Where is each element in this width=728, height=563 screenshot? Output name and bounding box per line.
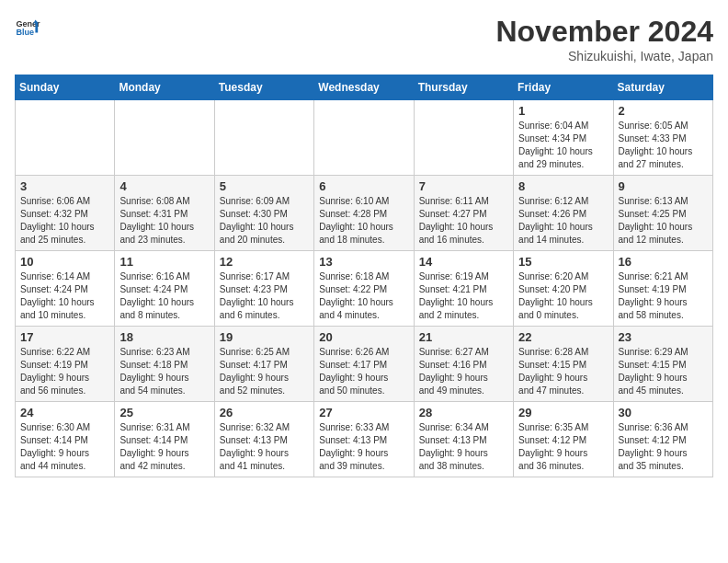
- day-info: Sunrise: 6:13 AMSunset: 4:25 PMDaylight:…: [619, 195, 708, 247]
- location: Shizukuishi, Iwate, Japan: [495, 49, 713, 63]
- day-info: Sunrise: 6:36 AMSunset: 4:12 PMDaylight:…: [619, 421, 708, 473]
- day-info: Sunrise: 6:19 AMSunset: 4:21 PMDaylight:…: [419, 270, 508, 322]
- day-number: 5: [220, 179, 309, 193]
- day-info: Sunrise: 6:09 AMSunset: 4:30 PMDaylight:…: [220, 195, 309, 247]
- day-number: 24: [20, 406, 109, 419]
- calendar-cell: [16, 100, 115, 176]
- day-info: Sunrise: 6:34 AMSunset: 4:13 PMDaylight:…: [419, 421, 508, 473]
- calendar-cell: [414, 100, 513, 176]
- calendar-cell: 4Sunrise: 6:08 AMSunset: 4:31 PMDaylight…: [115, 176, 214, 251]
- day-info: Sunrise: 6:30 AMSunset: 4:14 PMDaylight:…: [20, 421, 109, 473]
- calendar-cell: 21Sunrise: 6:27 AMSunset: 4:16 PMDayligh…: [414, 327, 513, 402]
- svg-text:Blue: Blue: [16, 28, 34, 37]
- calendar-cell: 13Sunrise: 6:18 AMSunset: 4:22 PMDayligh…: [314, 251, 414, 327]
- calendar-cell: [314, 100, 414, 176]
- day-info: Sunrise: 6:11 AMSunset: 4:27 PMDaylight:…: [419, 195, 508, 247]
- day-info: Sunrise: 6:32 AMSunset: 4:13 PMDaylight:…: [220, 421, 309, 473]
- day-number: 23: [619, 330, 708, 344]
- day-number: 28: [419, 406, 508, 419]
- day-info: Sunrise: 6:20 AMSunset: 4:20 PMDaylight:…: [518, 270, 608, 322]
- calendar-cell: 23Sunrise: 6:29 AMSunset: 4:15 PMDayligh…: [613, 327, 712, 402]
- calendar-cell: 24Sunrise: 6:30 AMSunset: 4:14 PMDayligh…: [16, 402, 115, 477]
- calendar-cell: 30Sunrise: 6:36 AMSunset: 4:12 PMDayligh…: [613, 402, 712, 477]
- calendar-cell: 29Sunrise: 6:35 AMSunset: 4:12 PMDayligh…: [514, 402, 613, 477]
- weekday-header-wednesday: Wednesday: [314, 75, 414, 100]
- calendar-cell: 11Sunrise: 6:16 AMSunset: 4:24 PMDayligh…: [115, 251, 214, 327]
- day-info: Sunrise: 6:06 AMSunset: 4:32 PMDaylight:…: [20, 195, 109, 247]
- day-number: 20: [319, 330, 408, 344]
- weekday-header-friday: Friday: [514, 75, 613, 100]
- calendar-cell: 25Sunrise: 6:31 AMSunset: 4:14 PMDayligh…: [115, 402, 214, 477]
- day-number: 30: [619, 406, 708, 419]
- calendar-cell: 6Sunrise: 6:10 AMSunset: 4:28 PMDaylight…: [314, 176, 414, 251]
- day-info: Sunrise: 6:05 AMSunset: 4:33 PMDaylight:…: [619, 120, 708, 171]
- day-info: Sunrise: 6:25 AMSunset: 4:17 PMDaylight:…: [220, 346, 309, 397]
- day-number: 27: [319, 406, 408, 419]
- day-number: 26: [220, 406, 309, 419]
- calendar-cell: 22Sunrise: 6:28 AMSunset: 4:15 PMDayligh…: [514, 327, 613, 402]
- day-info: Sunrise: 6:17 AMSunset: 4:23 PMDaylight:…: [220, 270, 309, 322]
- day-number: 22: [518, 330, 608, 344]
- day-number: 19: [220, 330, 309, 344]
- day-number: 7: [419, 179, 508, 193]
- day-info: Sunrise: 6:08 AMSunset: 4:31 PMDaylight:…: [119, 195, 209, 247]
- logo-icon: General Blue: [15, 15, 40, 40]
- day-info: Sunrise: 6:29 AMSunset: 4:15 PMDaylight:…: [619, 346, 708, 397]
- calendar-cell: [115, 100, 214, 176]
- day-number: 14: [419, 255, 508, 269]
- calendar-cell: 18Sunrise: 6:23 AMSunset: 4:18 PMDayligh…: [115, 327, 214, 402]
- weekday-header-thursday: Thursday: [414, 75, 513, 100]
- calendar-cell: 10Sunrise: 6:14 AMSunset: 4:24 PMDayligh…: [16, 251, 115, 327]
- calendar-cell: 14Sunrise: 6:19 AMSunset: 4:21 PMDayligh…: [414, 251, 513, 327]
- logo: General Blue: [15, 15, 40, 40]
- calendar-cell: 3Sunrise: 6:06 AMSunset: 4:32 PMDaylight…: [16, 176, 115, 251]
- day-info: Sunrise: 6:12 AMSunset: 4:26 PMDaylight:…: [518, 195, 608, 247]
- calendar-cell: 20Sunrise: 6:26 AMSunset: 4:17 PMDayligh…: [314, 327, 414, 402]
- day-number: 21: [419, 330, 508, 344]
- day-number: 29: [518, 406, 608, 419]
- day-number: 8: [518, 179, 608, 193]
- day-number: 11: [119, 255, 209, 269]
- day-number: 4: [119, 179, 209, 193]
- calendar-header: SundayMondayTuesdayWednesdayThursdayFrid…: [16, 75, 713, 100]
- calendar-cell: 8Sunrise: 6:12 AMSunset: 4:26 PMDaylight…: [514, 176, 613, 251]
- weekday-header-sunday: Sunday: [16, 75, 115, 100]
- day-info: Sunrise: 6:14 AMSunset: 4:24 PMDaylight:…: [20, 270, 109, 322]
- day-info: Sunrise: 6:21 AMSunset: 4:19 PMDaylight:…: [619, 270, 708, 322]
- day-number: 12: [220, 255, 309, 269]
- day-info: Sunrise: 6:28 AMSunset: 4:15 PMDaylight:…: [518, 346, 608, 397]
- weekday-header-saturday: Saturday: [613, 75, 712, 100]
- day-info: Sunrise: 6:18 AMSunset: 4:22 PMDaylight:…: [319, 270, 408, 322]
- calendar-cell: 19Sunrise: 6:25 AMSunset: 4:17 PMDayligh…: [214, 327, 313, 402]
- calendar-cell: 5Sunrise: 6:09 AMSunset: 4:30 PMDaylight…: [214, 176, 313, 251]
- calendar-cell: 2Sunrise: 6:05 AMSunset: 4:33 PMDaylight…: [613, 100, 712, 176]
- day-info: Sunrise: 6:26 AMSunset: 4:17 PMDaylight:…: [319, 346, 408, 397]
- day-number: 10: [20, 255, 109, 269]
- day-info: Sunrise: 6:10 AMSunset: 4:28 PMDaylight:…: [319, 195, 408, 247]
- calendar-cell: 27Sunrise: 6:33 AMSunset: 4:13 PMDayligh…: [314, 402, 414, 477]
- calendar-cell: 16Sunrise: 6:21 AMSunset: 4:19 PMDayligh…: [613, 251, 712, 327]
- day-number: 9: [619, 179, 708, 193]
- calendar-cell: [214, 100, 313, 176]
- day-info: Sunrise: 6:04 AMSunset: 4:34 PMDaylight:…: [518, 120, 608, 171]
- day-info: Sunrise: 6:23 AMSunset: 4:18 PMDaylight:…: [119, 346, 209, 397]
- calendar-cell: 1Sunrise: 6:04 AMSunset: 4:34 PMDaylight…: [514, 100, 613, 176]
- day-info: Sunrise: 6:16 AMSunset: 4:24 PMDaylight:…: [119, 270, 209, 322]
- weekday-header-tuesday: Tuesday: [214, 75, 313, 100]
- day-number: 25: [119, 406, 209, 419]
- day-number: 3: [20, 179, 109, 193]
- calendar-cell: 15Sunrise: 6:20 AMSunset: 4:20 PMDayligh…: [514, 251, 613, 327]
- title-block: November 2024 Shizukuishi, Iwate, Japan: [495, 15, 713, 63]
- day-number: 13: [319, 255, 408, 269]
- calendar-cell: 12Sunrise: 6:17 AMSunset: 4:23 PMDayligh…: [214, 251, 313, 327]
- calendar-table: SundayMondayTuesdayWednesdayThursdayFrid…: [15, 75, 713, 477]
- calendar-cell: 28Sunrise: 6:34 AMSunset: 4:13 PMDayligh…: [414, 402, 513, 477]
- calendar-cell: 26Sunrise: 6:32 AMSunset: 4:13 PMDayligh…: [214, 402, 313, 477]
- day-number: 6: [319, 179, 408, 193]
- day-number: 16: [619, 255, 708, 269]
- day-number: 15: [518, 255, 608, 269]
- weekday-header-monday: Monday: [115, 75, 214, 100]
- day-number: 18: [119, 330, 209, 344]
- day-number: 2: [619, 104, 708, 118]
- day-info: Sunrise: 6:27 AMSunset: 4:16 PMDaylight:…: [419, 346, 508, 397]
